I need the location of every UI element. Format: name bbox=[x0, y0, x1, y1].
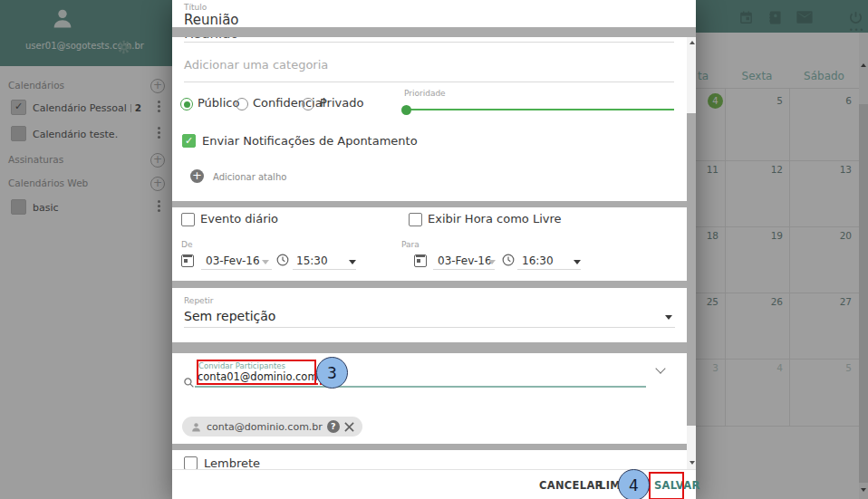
from-date-value[interactable]: 03-Fev-16 bbox=[206, 254, 260, 267]
radio-public-label: Público bbox=[198, 96, 239, 110]
scroll-up-icon[interactable] bbox=[690, 41, 695, 44]
cancel-button[interactable]: CANCELAR bbox=[539, 479, 603, 492]
repeat-dropdown-icon[interactable] bbox=[665, 315, 672, 320]
title-label: Título bbox=[172, 0, 696, 12]
time-dropdown-icon[interactable] bbox=[349, 260, 356, 264]
annotation-box-save bbox=[649, 472, 684, 499]
dialog-scrollbar-thumb[interactable] bbox=[687, 113, 696, 426]
dialog-title-field[interactable]: Título Reunião bbox=[172, 0, 696, 27]
all-day-label: Evento diário bbox=[200, 212, 278, 226]
repeat-select[interactable]: Sem repetição bbox=[184, 309, 275, 323]
add-shortcut-label[interactable]: Adicionar atalho bbox=[213, 172, 286, 182]
priority-slider-track[interactable] bbox=[406, 109, 674, 110]
attendee-chip-label: conta@dominio.com.br bbox=[207, 421, 323, 433]
date-picker-icon[interactable] bbox=[181, 254, 194, 267]
to-time-value[interactable]: 16:30 bbox=[522, 254, 554, 267]
repeat-label: Repetir bbox=[184, 296, 213, 305]
person-icon bbox=[190, 421, 202, 433]
general-section: Reunião Adicionar uma categoria Público … bbox=[172, 37, 687, 201]
all-day-checkbox[interactable] bbox=[181, 213, 195, 226]
to-label: Para bbox=[401, 240, 420, 249]
event-editor-dialog: Título Reunião Reunião Adicionar uma cat… bbox=[172, 0, 696, 499]
chevron-down-icon[interactable] bbox=[655, 363, 665, 373]
radio-confidential-label: Confidencial bbox=[253, 96, 325, 110]
annotation-step-3: 3 bbox=[316, 357, 348, 389]
show-free-label: Exibir Hora como Livre bbox=[428, 212, 562, 226]
from-time-value[interactable]: 15:30 bbox=[296, 254, 328, 267]
priority-label: Prioridade bbox=[404, 89, 446, 98]
clipped-title-text: Reunião bbox=[184, 37, 687, 40]
category-input[interactable]: Adicionar uma categoria bbox=[184, 58, 328, 72]
notifications-checkbox[interactable]: ✓ bbox=[182, 134, 196, 148]
repeat-section: Repetir Sem repetição bbox=[172, 288, 687, 342]
radio-public[interactable] bbox=[180, 98, 193, 110]
help-icon[interactable]: ? bbox=[327, 420, 340, 433]
clock-icon[interactable] bbox=[502, 254, 515, 266]
title-value[interactable]: Reunião bbox=[172, 12, 696, 28]
radio-private[interactable] bbox=[302, 98, 314, 110]
scroll-down-icon[interactable] bbox=[690, 461, 695, 465]
datetime-section: Evento diário Exibir Hora como Livre De … bbox=[172, 207, 687, 281]
add-shortcut-icon[interactable]: + bbox=[190, 169, 204, 183]
annotation-box-attendees bbox=[197, 360, 316, 385]
dialog-header-band bbox=[172, 27, 696, 37]
show-free-checkbox[interactable] bbox=[409, 213, 422, 226]
radio-private-label: Privado bbox=[320, 96, 363, 110]
attendees-underline bbox=[195, 386, 646, 388]
priority-slider-thumb[interactable] bbox=[401, 105, 411, 115]
radio-confidential[interactable] bbox=[236, 98, 248, 110]
date-dropdown-icon[interactable] bbox=[262, 260, 269, 264]
notifications-label: Enviar Notificações de Apontamento bbox=[202, 134, 418, 148]
field-underline bbox=[184, 82, 674, 82]
to-date-value[interactable]: 03-Fev-16 bbox=[438, 254, 492, 267]
reminder-checkbox[interactable] bbox=[184, 456, 198, 469]
search-icon bbox=[183, 377, 195, 389]
dialog-scroll-area: Reunião Adicionar uma categoria Público … bbox=[172, 37, 696, 469]
date-dropdown-icon[interactable] bbox=[488, 260, 496, 264]
attendee-chip[interactable]: conta@dominio.com.br ? bbox=[182, 417, 362, 437]
close-icon[interactable] bbox=[344, 422, 354, 432]
time-dropdown-icon[interactable] bbox=[574, 260, 581, 264]
clock-icon[interactable] bbox=[276, 254, 289, 266]
annotation-step-4: 4 bbox=[618, 469, 650, 499]
reminder-section: Lembrete bbox=[172, 450, 687, 469]
reminder-label: Lembrete bbox=[204, 456, 260, 469]
date-picker-icon[interactable] bbox=[414, 254, 427, 267]
from-label: De bbox=[181, 240, 192, 249]
field-underline bbox=[184, 42, 674, 43]
